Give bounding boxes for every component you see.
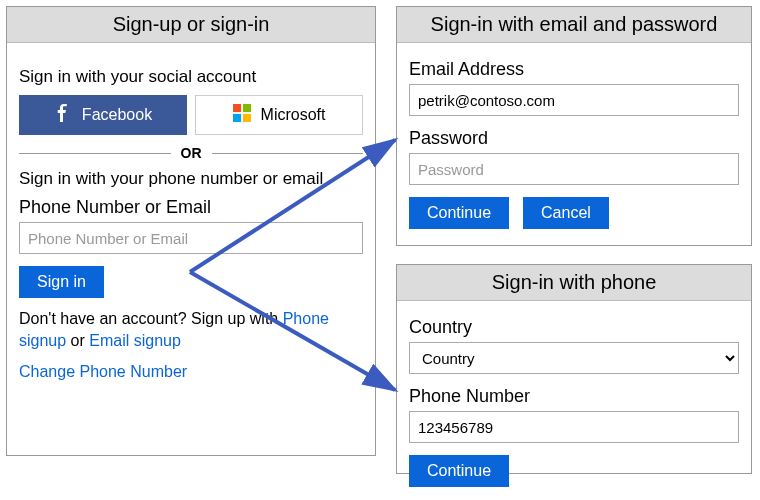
panel-title: Sign-in with email and password [397, 7, 751, 43]
phone-heading: Sign in with your phone number or email [19, 169, 363, 189]
signin-button[interactable]: Sign in [19, 266, 104, 298]
email-signup-link[interactable]: Email signup [89, 332, 181, 349]
social-heading: Sign in with your social account [19, 67, 363, 87]
microsoft-button[interactable]: Microsoft [195, 95, 363, 135]
signup-signin-panel: Sign-up or sign-in Sign in with your soc… [6, 6, 376, 456]
email-input[interactable] [409, 84, 739, 116]
svg-rect-1 [242, 104, 250, 112]
email-signin-panel: Sign-in with email and password Email Ad… [396, 6, 752, 246]
panel-title: Sign-in with phone [397, 265, 751, 301]
continue-button[interactable]: Continue [409, 197, 509, 229]
cancel-button[interactable]: Cancel [523, 197, 609, 229]
signup-prefix: Don't have an account? Sign up with [19, 310, 283, 327]
or-text: OR [181, 145, 202, 161]
microsoft-icon [233, 104, 251, 126]
signup-prompt: Don't have an account? Sign up with Phon… [19, 308, 363, 353]
country-label: Country [409, 317, 739, 338]
change-phone-link[interactable]: Change Phone Number [19, 363, 187, 381]
phone-input[interactable] [409, 411, 739, 443]
facebook-label: Facebook [82, 106, 152, 124]
country-select[interactable]: Country [409, 342, 739, 374]
phone-label: Phone Number [409, 386, 739, 407]
phone-email-label: Phone Number or Email [19, 197, 363, 218]
email-label: Email Address [409, 59, 739, 80]
svg-rect-2 [233, 114, 241, 122]
facebook-button[interactable]: Facebook [19, 95, 187, 135]
svg-rect-3 [242, 114, 250, 122]
phone-email-input[interactable] [19, 222, 363, 254]
password-label: Password [409, 128, 739, 149]
phone-signin-panel: Sign-in with phone Country Country Phone… [396, 264, 752, 474]
or-word: or [66, 332, 89, 349]
continue-button[interactable]: Continue [409, 455, 509, 487]
facebook-icon [54, 104, 72, 126]
or-divider: OR [19, 145, 363, 161]
microsoft-label: Microsoft [261, 106, 326, 124]
password-input[interactable] [409, 153, 739, 185]
svg-rect-0 [233, 104, 241, 112]
panel-title: Sign-up or sign-in [7, 7, 375, 43]
